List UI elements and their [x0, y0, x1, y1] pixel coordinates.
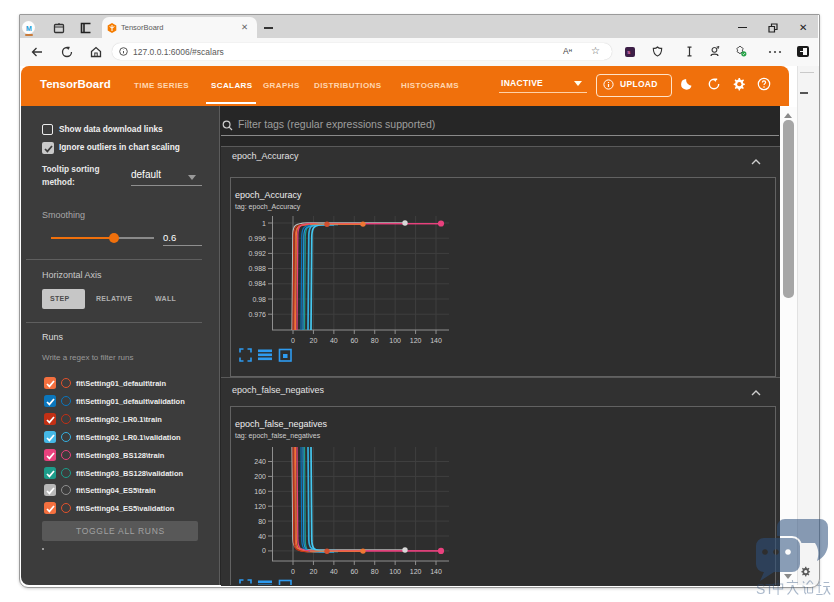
svg-text:120: 120 — [410, 337, 422, 344]
svg-text:0: 0 — [262, 547, 266, 554]
svg-text:80: 80 — [371, 568, 379, 575]
svg-text:0.988: 0.988 — [248, 265, 266, 272]
svg-text:40: 40 — [258, 533, 266, 540]
svg-text:80: 80 — [371, 337, 379, 344]
svg-text:120: 120 — [254, 503, 266, 510]
svg-text:20: 20 — [310, 568, 318, 575]
svg-text:60: 60 — [350, 337, 358, 344]
svg-text:160: 160 — [254, 488, 266, 495]
svg-text:100: 100 — [389, 568, 401, 575]
svg-text:140: 140 — [430, 568, 442, 575]
svg-text:0.996: 0.996 — [248, 235, 266, 242]
svg-text:0: 0 — [291, 337, 295, 344]
svg-text:0.976: 0.976 — [248, 311, 266, 318]
svg-text:1: 1 — [262, 220, 266, 227]
svg-text:ST: ST — [756, 581, 774, 597]
svg-text:240: 240 — [254, 458, 266, 465]
svg-text:40: 40 — [330, 337, 338, 344]
svg-text:40: 40 — [330, 568, 338, 575]
svg-text:80: 80 — [258, 518, 266, 525]
svg-text:100: 100 — [389, 337, 401, 344]
svg-text:20: 20 — [310, 337, 318, 344]
svg-text:0.992: 0.992 — [248, 250, 266, 257]
svg-text:140: 140 — [430, 337, 442, 344]
svg-text:200: 200 — [254, 473, 266, 480]
svg-text:0.98: 0.98 — [252, 296, 266, 303]
svg-text:60: 60 — [350, 568, 358, 575]
svg-text:120: 120 — [410, 568, 422, 575]
svg-text:0.984: 0.984 — [248, 280, 266, 287]
svg-text:0: 0 — [291, 568, 295, 575]
